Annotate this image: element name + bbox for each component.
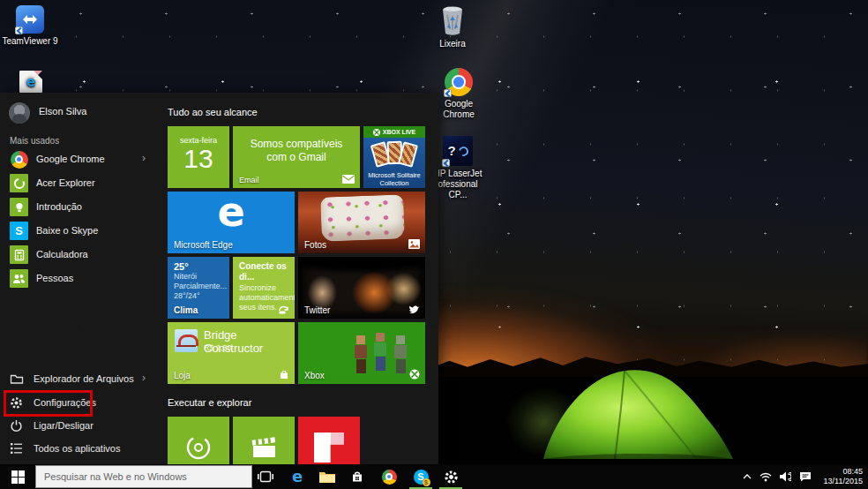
chevron-right-icon: › bbox=[142, 151, 146, 164]
recycle-bin-icon bbox=[439, 4, 466, 36]
gear-icon bbox=[10, 396, 23, 410]
calculator-icon bbox=[10, 245, 28, 264]
cake-photo bbox=[320, 194, 405, 241]
playing-cards-image bbox=[363, 140, 425, 170]
tile-xbox[interactable]: Xbox bbox=[298, 322, 425, 384]
tile-calendar[interactable]: sexta-feira 13 bbox=[168, 126, 229, 188]
tray-network-button[interactable] bbox=[757, 464, 774, 489]
desktop-icon-recycle-bin[interactable]: Lixeira bbox=[423, 4, 482, 49]
folder-icon bbox=[10, 372, 24, 385]
menu-item-all-apps[interactable]: Todos os aplicativos bbox=[0, 439, 163, 460]
taskbar-clock[interactable]: 08:45 13/11/2015 bbox=[813, 467, 863, 486]
desktop-icon-label: TeamViewer 9 bbox=[1, 36, 59, 47]
menu-item-calculadora[interactable]: Calculadora bbox=[0, 244, 163, 266]
tile-group-title: Tudo ao seu alcance bbox=[168, 107, 258, 117]
menu-item-power[interactable]: Ligar/Desligar bbox=[0, 416, 163, 437]
start-button[interactable] bbox=[0, 464, 35, 489]
tile-filmes-tv[interactable] bbox=[233, 417, 295, 464]
tray-volume-button[interactable] bbox=[776, 464, 794, 489]
taskbar-store-button[interactable] bbox=[344, 464, 370, 489]
minecraft-character bbox=[355, 335, 367, 373]
menu-item-google-chrome[interactable]: Google Chrome › bbox=[0, 149, 163, 170]
taskbar-chrome-button[interactable] bbox=[376, 464, 402, 489]
tile-loja-store[interactable]: Bridge Constructor R$ 2,50 Loja bbox=[168, 322, 295, 384]
desktop: TeamViewer 9 e Lixeira Google Chrome ? bbox=[0, 0, 868, 489]
clock-date: 13/11/2015 bbox=[813, 477, 863, 486]
power-icon bbox=[10, 419, 23, 433]
wallpaper-tent bbox=[538, 358, 741, 463]
tile-group-title: Executar e explorar bbox=[168, 397, 251, 408]
taskbar-settings-button[interactable] bbox=[438, 464, 464, 489]
flipboard-logo bbox=[314, 433, 344, 463]
user-name: Elson Silva bbox=[39, 106, 86, 117]
windows-logo-icon bbox=[11, 470, 25, 484]
shortcut-arrow-icon bbox=[15, 26, 23, 34]
tile-clima[interactable]: 25° Niterói Parcialmente... 28°/24° Clim… bbox=[168, 257, 229, 319]
coin-badge-icon: $ bbox=[423, 478, 430, 486]
action-center-icon bbox=[799, 471, 812, 482]
clock-time: 08:45 bbox=[813, 467, 863, 477]
taskbar-file-explorer-button[interactable] bbox=[314, 464, 340, 489]
gear-icon bbox=[444, 470, 459, 485]
search-input[interactable] bbox=[36, 466, 251, 487]
menu-item-pessoas[interactable]: Pessoas bbox=[0, 268, 163, 290]
chevron-up-icon bbox=[743, 474, 752, 479]
tile-microsoft-edge[interactable]: e Microsoft Edge bbox=[168, 192, 295, 253]
edge-document-icon: e bbox=[19, 71, 42, 93]
tile-conecte[interactable]: Conecte os di... Sincronize automaticame… bbox=[233, 257, 295, 319]
minecraft-character bbox=[394, 335, 407, 373]
music-disc-icon bbox=[185, 434, 212, 461]
photo-icon bbox=[408, 239, 420, 249]
clapperboard-icon bbox=[250, 435, 278, 460]
chrome-icon bbox=[382, 470, 397, 485]
task-view-button[interactable] bbox=[252, 464, 279, 489]
speaker-icon bbox=[779, 471, 791, 482]
apps-list-icon bbox=[10, 442, 23, 455]
tile-groove-music[interactable] bbox=[168, 417, 229, 464]
chevron-right-icon: › bbox=[142, 371, 146, 384]
menu-item-acer-explorer[interactable]: Acer Explorer bbox=[0, 173, 163, 194]
tile-fotos[interactable]: Fotos bbox=[298, 192, 425, 253]
shopping-bag-icon bbox=[279, 369, 289, 380]
skype-icon: S$ bbox=[414, 470, 429, 485]
edge-icon: e bbox=[292, 469, 303, 485]
start-menu: Elson Silva Mais usados Google Chrome › … bbox=[0, 93, 438, 464]
xbox-logo-icon bbox=[373, 129, 380, 136]
minecraft-character bbox=[374, 333, 386, 371]
taskbar-edge-button[interactable]: e bbox=[284, 464, 311, 489]
tile-twitter[interactable]: Twitter bbox=[298, 257, 425, 319]
acer-explorer-icon bbox=[10, 174, 28, 192]
taskbar-skype-button[interactable]: S$ bbox=[408, 464, 434, 489]
shortcut-arrow-icon bbox=[444, 89, 452, 97]
twitter-bird-icon bbox=[408, 305, 420, 314]
user-account-row[interactable]: Elson Silva bbox=[0, 98, 163, 126]
store-bag-icon bbox=[350, 470, 364, 484]
bridge-constructor-app-icon bbox=[175, 329, 198, 352]
wifi-icon bbox=[760, 472, 772, 482]
menu-item-baixe-o-skype[interactable]: S Baixe o Skype bbox=[0, 221, 163, 242]
menu-item-file-explorer[interactable]: Explorador de Arquivos › bbox=[0, 369, 163, 390]
lightbulb-icon bbox=[10, 198, 28, 216]
sync-icon bbox=[278, 305, 289, 314]
xbox-logo-icon bbox=[409, 369, 420, 380]
menu-item-settings[interactable]: Configurações bbox=[0, 393, 163, 414]
people-icon bbox=[10, 269, 28, 288]
folder-icon bbox=[319, 470, 335, 483]
tray-action-center-button[interactable] bbox=[796, 464, 815, 489]
skype-icon: S bbox=[10, 222, 28, 240]
tile-email[interactable]: Somos compatíveis com o Gmail Email bbox=[233, 126, 360, 188]
tile-solitaire[interactable]: XBOX LIVE Microsoft Solitaire Collection bbox=[363, 126, 425, 188]
taskbar-search bbox=[35, 465, 252, 488]
desktop-icon-teamviewer[interactable]: TeamViewer 9 bbox=[1, 5, 59, 47]
envelope-icon bbox=[342, 175, 355, 184]
user-avatar bbox=[9, 102, 30, 124]
chrome-icon bbox=[11, 151, 28, 169]
desktop-icon-edge-document[interactable]: e bbox=[8, 71, 54, 95]
menu-item-introducao[interactable]: Introdução bbox=[0, 197, 163, 218]
most-used-header: Mais usados bbox=[10, 136, 59, 146]
edge-logo: e bbox=[168, 192, 295, 236]
tile-flipboard[interactable] bbox=[298, 417, 360, 464]
shortcut-arrow-icon bbox=[442, 159, 450, 167]
taskbar: e S$ bbox=[0, 464, 868, 489]
tray-expand-button[interactable] bbox=[739, 464, 755, 489]
